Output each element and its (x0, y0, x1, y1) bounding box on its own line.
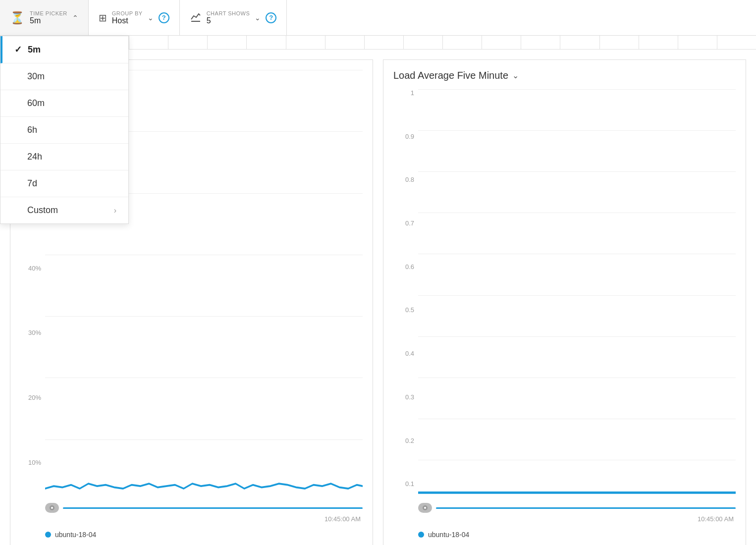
dropdown-item-5m[interactable]: ✓ 5m (0, 36, 128, 63)
dropdown-item-6h[interactable]: 6h (0, 117, 128, 144)
chart-shows-chevron: ⌄ (255, 14, 261, 22)
y-label-40: 40% (20, 265, 41, 272)
group-by-help-icon[interactable]: ? (159, 12, 169, 23)
svg-point-2 (51, 507, 53, 509)
right-x-label: 10:45:00 AM (698, 515, 734, 523)
ts-cell (678, 36, 717, 49)
time-picker-label-group: TIME PICKER 5m (30, 10, 67, 25)
check-icon: ✓ (14, 44, 22, 55)
left-legend-dot (45, 532, 51, 538)
left-legend-label: ubuntu-18-04 (55, 531, 96, 539)
toolbar: ⏳ TIME PICKER 5m ⌃ ⊞ GROUP BY Host ⌄ ? C… (0, 0, 756, 36)
custom-chevron-right-icon: › (114, 206, 116, 215)
time-picker-value: 5m (30, 16, 67, 25)
scrollbar-handle[interactable] (418, 503, 432, 513)
y-label-0.7: 0.7 (393, 219, 414, 227)
right-chart-legend: ubuntu-18-04 (418, 531, 736, 539)
y-label-0.2: 0.2 (393, 437, 414, 444)
ts-cell (207, 36, 246, 49)
group-by-section[interactable]: ⊞ GROUP BY Host ⌄ ? (89, 0, 180, 35)
ts-cell (286, 36, 325, 49)
scrollbar-track[interactable] (63, 507, 363, 509)
time-picker-section[interactable]: ⏳ TIME PICKER 5m ⌃ (0, 0, 89, 35)
left-chart-legend: ubuntu-18-04 (45, 531, 363, 539)
group-by-label-group: GROUP BY Host (112, 10, 143, 25)
right-legend-label: ubuntu-18-04 (428, 531, 469, 539)
right-y-axis: 1 0.9 0.8 0.7 0.6 0.5 0.4 0.3 0.2 0.1 (393, 89, 418, 539)
y-label-10: 10% (20, 459, 41, 466)
left-x-axis: 10:45:00 AM (45, 513, 363, 525)
right-chart-panel: Load Average Five Minute ⌄ 1 0.9 0.8 0.7… (383, 59, 746, 545)
group-by-chevron: ⌄ (148, 14, 154, 22)
ts-cell (442, 36, 482, 49)
y-label-1: 1 (393, 89, 414, 97)
ts-cell (403, 36, 442, 49)
y-label-30: 30% (20, 329, 41, 336)
right-legend-dot (418, 532, 424, 538)
dropdown-item-60m[interactable]: 60m (0, 90, 128, 117)
y-label-0.4: 0.4 (393, 350, 414, 357)
dropdown-label-24h: 24h (27, 152, 42, 162)
ts-cell (364, 36, 403, 49)
right-x-axis: 10:45:00 AM (418, 513, 736, 525)
dropdown-label-6h: 6h (27, 125, 37, 135)
group-by-value: Host (112, 16, 143, 25)
ts-cell (482, 36, 521, 49)
right-chart-body: 10:45:00 AM ubuntu-18-04 (418, 89, 736, 539)
chart-icon (190, 11, 202, 25)
y-label-0.3: 0.3 (393, 393, 414, 401)
right-chart-svg (418, 89, 736, 501)
dropdown-item-custom[interactable]: Custom › (0, 197, 128, 223)
ts-cell (639, 36, 678, 49)
y-label-0.8: 0.8 (393, 176, 414, 183)
ts-cell (717, 36, 756, 49)
chart-shows-value: 5 (207, 16, 250, 25)
grid-icon: ⊞ (99, 12, 107, 24)
right-chart-title-chevron-icon[interactable]: ⌄ (512, 71, 519, 80)
y-label-0.1: 0.1 (393, 480, 414, 488)
chart-shows-help-icon[interactable]: ? (266, 12, 276, 23)
y-label-20: 20% (20, 394, 41, 401)
chart-shows-label-group: CHART SHOWS 5 (207, 10, 250, 25)
right-chart-grid (418, 89, 736, 501)
time-picker-dropdown: ✓ 5m 30m 60m 6h 24h 7d (0, 36, 129, 224)
clock-icon: ⏳ (10, 11, 25, 25)
y-label-0.5: 0.5 (393, 306, 414, 314)
svg-point-5 (424, 507, 426, 509)
ts-cell (560, 36, 599, 49)
ts-cell (168, 36, 207, 49)
left-x-label: 10:45:00 AM (324, 515, 361, 523)
left-chart-scrollbar[interactable] (45, 503, 363, 513)
dropdown-label-custom: Custom (27, 205, 58, 216)
scrollbar-handle[interactable] (45, 503, 59, 513)
dropdown-item-24h[interactable]: 24h (0, 144, 128, 170)
dropdown-label-60m: 60m (27, 98, 45, 109)
dropdown-label-30m: 30m (27, 71, 45, 82)
time-picker-label: TIME PICKER (30, 10, 67, 16)
ts-cell (599, 36, 639, 49)
dropdown-item-30m[interactable]: 30m (0, 63, 128, 90)
group-by-label: GROUP BY (112, 10, 143, 16)
chart-shows-section[interactable]: CHART SHOWS 5 ⌄ ? (180, 0, 287, 35)
ts-cell (325, 36, 364, 49)
time-picker-chevron: ⌃ (72, 14, 78, 22)
right-chart-title-bar: Load Average Five Minute ⌄ (393, 70, 736, 81)
y-label-0.6: 0.6 (393, 263, 414, 271)
right-chart-scrollbar[interactable] (418, 503, 736, 513)
dropdown-label-5m: 5m (28, 45, 41, 55)
right-chart-area: 1 0.9 0.8 0.7 0.6 0.5 0.4 0.3 0.2 0.1 (393, 89, 736, 539)
scrollbar-track[interactable] (436, 507, 736, 509)
ts-cell (246, 36, 285, 49)
right-chart-title: Load Average Five Minute (393, 70, 508, 81)
dropdown-item-7d[interactable]: 7d (0, 170, 128, 197)
y-label-0.9: 0.9 (393, 133, 414, 140)
chart-shows-label: CHART SHOWS (207, 10, 250, 16)
dropdown-label-7d: 7d (27, 178, 37, 189)
ts-cell (129, 36, 168, 49)
ts-cell (521, 36, 560, 49)
